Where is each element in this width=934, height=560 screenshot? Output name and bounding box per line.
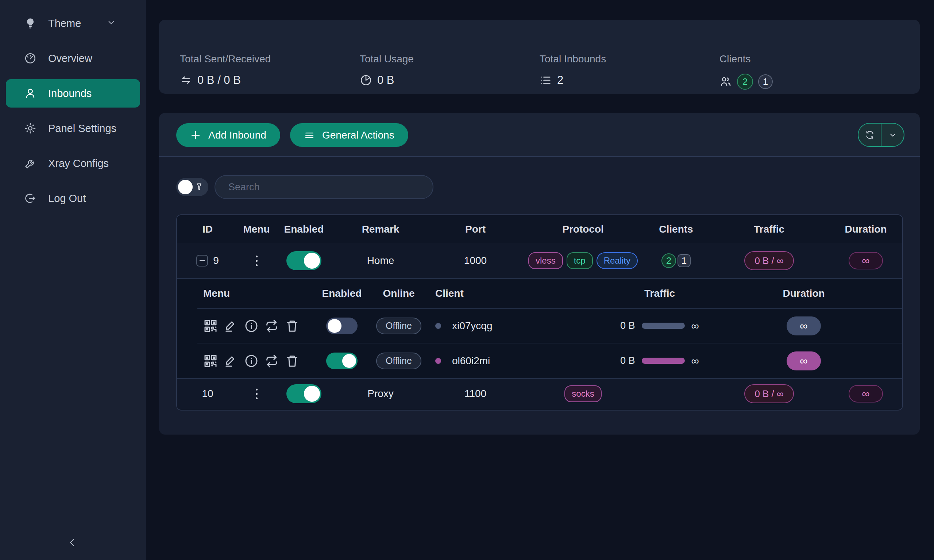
clients-total-badge: 1 — [678, 254, 690, 267]
duration-pill: ∞ — [787, 317, 820, 335]
sidebar: Theme Overview Inbounds Panel Settings X… — [0, 0, 146, 560]
column-header-port: Port — [428, 223, 523, 235]
row-menu-button[interactable] — [256, 389, 257, 399]
inbound-remark: Proxy — [367, 388, 394, 400]
client-enabled-toggle[interactable] — [326, 352, 358, 369]
chevron-left-icon — [67, 537, 78, 548]
client-name: ol60i2mi — [452, 355, 490, 367]
column-header-remark: Remark — [333, 223, 428, 235]
inbound-port: 1000 — [464, 255, 487, 266]
client-color-dot — [435, 323, 441, 329]
menu-icon — [304, 130, 315, 141]
subcolumn-header-enabled: Enabled — [321, 288, 362, 299]
clients-online-badge: 2 — [661, 253, 676, 268]
traffic-pill: 0 B / ∞ — [744, 384, 794, 403]
delete-icon[interactable] — [285, 354, 299, 368]
client-enabled-toggle[interactable] — [326, 318, 358, 334]
sidebar-item-logout[interactable]: Log Out — [6, 184, 140, 212]
duration-pill: ∞ — [849, 385, 883, 403]
column-header-menu: Menu — [238, 223, 275, 235]
refresh-dropdown-button[interactable] — [881, 124, 904, 146]
refresh-button[interactable] — [858, 124, 881, 146]
traffic-used: 0 B — [620, 355, 635, 366]
toggle-knob — [178, 180, 193, 194]
online-status-badge: Offline — [376, 352, 421, 369]
qr-code-icon[interactable] — [203, 354, 218, 368]
protocol-tag: vless — [528, 252, 563, 269]
plus-icon — [190, 130, 201, 141]
inbound-port: 1100 — [464, 388, 486, 400]
theme-label: Theme — [48, 17, 81, 29]
sidebar-collapse-button[interactable] — [64, 534, 80, 551]
traffic-pill: 0 B / ∞ — [744, 251, 794, 270]
filter-funnel-icon — [194, 182, 204, 192]
people-icon — [720, 75, 732, 88]
sidebar-item-overview[interactable]: Overview — [6, 44, 140, 72]
inbound-remark: Home — [367, 255, 395, 266]
traffic-progress-bar — [642, 358, 685, 364]
stat-value: 0 B / 0 B — [197, 74, 241, 87]
sidebar-item-label: Log Out — [48, 192, 86, 205]
sidebar-item-inbounds[interactable]: Inbounds — [6, 79, 140, 108]
list-icon — [539, 74, 552, 86]
stat-label: Total Inbounds — [539, 53, 606, 65]
reset-traffic-icon[interactable] — [265, 318, 279, 333]
column-header-protocol: Protocol — [523, 223, 643, 235]
add-inbound-button[interactable]: Add Inbound — [176, 123, 280, 147]
qr-code-icon[interactable] — [203, 318, 218, 333]
protocol-tag: tcp — [567, 252, 593, 269]
table-header: ID Menu Enabled Remark Port Protocol Cli… — [177, 215, 902, 243]
column-header-duration: Duration — [829, 223, 902, 235]
filter-toggle[interactable] — [176, 178, 208, 196]
subcolumn-header-traffic: Traffic — [600, 288, 720, 299]
refresh-icon — [865, 130, 875, 140]
row-menu-button[interactable] — [256, 255, 257, 266]
inbound-enabled-toggle[interactable] — [287, 384, 321, 403]
stat-value: 2 — [557, 74, 563, 87]
info-icon[interactable] — [244, 318, 259, 333]
online-status-badge: Offline — [376, 318, 421, 334]
clients-total-badge: 1 — [758, 74, 773, 89]
protocol-tag: socks — [564, 385, 601, 402]
sidebar-item-panel-settings[interactable]: Panel Settings — [6, 114, 140, 143]
reset-traffic-icon[interactable] — [265, 354, 279, 368]
client-row: Offline ol60i2mi 0 B ∞ ∞ — [197, 343, 902, 378]
person-icon — [24, 87, 37, 100]
inbound-id: 9 — [213, 255, 219, 266]
collapse-row-button[interactable] — [196, 255, 208, 266]
edit-icon[interactable] — [223, 318, 238, 333]
subcolumn-header-client: Client — [435, 288, 600, 299]
subcolumn-header-duration: Duration — [720, 288, 888, 299]
chevron-down-icon — [106, 18, 116, 29]
edit-icon[interactable] — [223, 354, 238, 368]
general-actions-button[interactable]: General Actions — [290, 123, 408, 147]
gear-icon — [24, 122, 37, 135]
traffic-progress-bar — [642, 323, 685, 329]
traffic-limit: ∞ — [691, 320, 699, 332]
sidebar-item-label: Panel Settings — [48, 123, 116, 135]
logout-icon — [24, 192, 37, 205]
stat-label: Total Usage — [360, 53, 414, 65]
inbound-enabled-toggle[interactable] — [287, 251, 321, 270]
stat-value: 0 B — [377, 74, 395, 87]
inbound-id: 10 — [202, 388, 213, 400]
search-input[interactable] — [214, 175, 433, 199]
client-color-dot — [435, 358, 441, 364]
column-header-id: ID — [177, 223, 238, 235]
client-name: xi07ycqg — [452, 320, 493, 332]
sidebar-item-xray-configs[interactable]: Xray Configs — [6, 149, 140, 178]
stat-label: Clients — [720, 53, 751, 65]
delete-icon[interactable] — [285, 318, 299, 333]
table-row: 9 Home 1000 vless tcp Reality 2 1 0 B / … — [177, 243, 902, 279]
subcolumn-header-online: Online — [362, 288, 435, 299]
duration-pill: ∞ — [849, 252, 883, 269]
protocol-tag: Reality — [596, 252, 638, 269]
transfer-icon — [180, 74, 192, 86]
lightbulb-icon — [24, 17, 37, 29]
column-header-enabled: Enabled — [275, 223, 333, 235]
subtable-header: Menu Enabled Online Client Traffic Durat… — [197, 279, 902, 309]
theme-selector[interactable]: Theme — [6, 9, 140, 38]
info-icon[interactable] — [244, 354, 259, 368]
gauge-icon — [24, 52, 37, 65]
clients-online-badge: 2 — [737, 74, 753, 90]
